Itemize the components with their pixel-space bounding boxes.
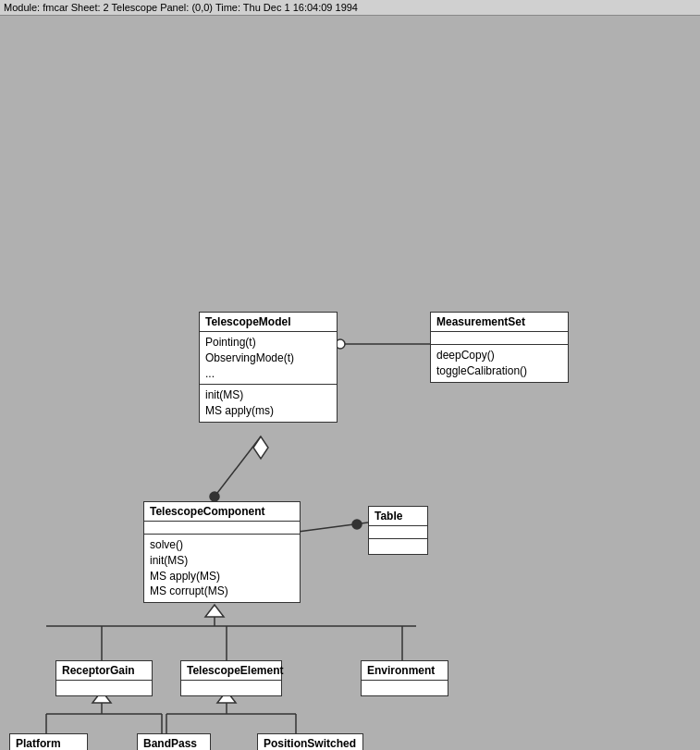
receptor-gain-class: ReceptorGain	[55, 660, 153, 696]
svg-line-2	[215, 436, 261, 497]
tc-method-2: init(MS)	[150, 553, 294, 569]
measurement-set-class: MeasurementSet deepCopy() toggleCalibrat…	[430, 312, 569, 383]
receptor-gain-empty	[56, 681, 152, 695]
attr-3: ...	[205, 366, 331, 382]
telescope-component-methods: solve() init(MS) MS apply(MS) MS corrupt…	[144, 535, 300, 602]
telescope-element-name: TelescopeElement	[181, 661, 281, 681]
telescope-component-class: TelescopeComponent solve() init(MS) MS a…	[143, 501, 301, 603]
method-1: init(MS)	[205, 387, 331, 403]
telescope-element-class: TelescopeElement	[180, 660, 282, 696]
bandpass-name: BandPass	[138, 734, 210, 750]
table-name: Table	[369, 507, 427, 526]
tc-method-3: MS apply(MS)	[150, 569, 294, 584]
receptor-gain-name: ReceptorGain	[56, 661, 152, 681]
svg-marker-3	[253, 436, 268, 459]
connector-svg	[0, 16, 700, 750]
position-switched-class: PositionSwitched	[257, 733, 363, 750]
svg-point-11	[352, 520, 362, 529]
table-class: Table	[368, 506, 428, 555]
measurement-set-name: MeasurementSet	[431, 313, 568, 332]
telescope-component-name: TelescopeComponent	[144, 502, 300, 522]
table-attrs	[369, 526, 427, 539]
ms-method-1: deepCopy()	[436, 348, 562, 363]
tc-method-1: solve()	[150, 537, 294, 553]
measurement-set-attrs	[431, 332, 568, 345]
attr-2: ObservingMode(t)	[205, 350, 331, 366]
method-2: MS apply(ms)	[205, 403, 331, 419]
platform-name: Platform	[10, 734, 87, 750]
header-text: Module: fmcar Sheet: 2 Telescope Panel: …	[4, 2, 358, 13]
telescope-component-attrs	[144, 522, 300, 535]
measurement-set-methods: deepCopy() toggleCalibration()	[431, 345, 568, 382]
table-empty	[369, 539, 427, 554]
telescope-model-name: TelescopeModel	[200, 313, 337, 332]
header-bar: Module: fmcar Sheet: 2 Telescope Panel: …	[0, 0, 700, 16]
svg-marker-9	[205, 605, 224, 617]
environment-empty	[362, 681, 448, 695]
telescope-model-class: TelescopeModel Pointing(t) ObservingMode…	[199, 312, 338, 423]
telescope-model-methods: init(MS) MS apply(ms)	[200, 385, 337, 422]
environment-class: Environment	[361, 660, 448, 696]
telescope-element-empty	[181, 681, 281, 695]
bandpass-class: BandPass	[137, 733, 211, 750]
attr-1: Pointing(t)	[205, 335, 331, 350]
platform-class: Platform	[9, 733, 88, 750]
ms-method-2: toggleCalibration()	[436, 363, 562, 379]
tc-method-4: MS corrupt(MS)	[150, 584, 294, 599]
position-switched-name: PositionSwitched	[258, 734, 362, 750]
svg-point-12	[210, 492, 219, 501]
diagram-area: TelescopeModel Pointing(t) ObservingMode…	[0, 16, 700, 750]
svg-line-10	[298, 523, 368, 532]
telescope-model-attrs: Pointing(t) ObservingMode(t) ...	[200, 332, 337, 385]
environment-name: Environment	[362, 661, 448, 681]
